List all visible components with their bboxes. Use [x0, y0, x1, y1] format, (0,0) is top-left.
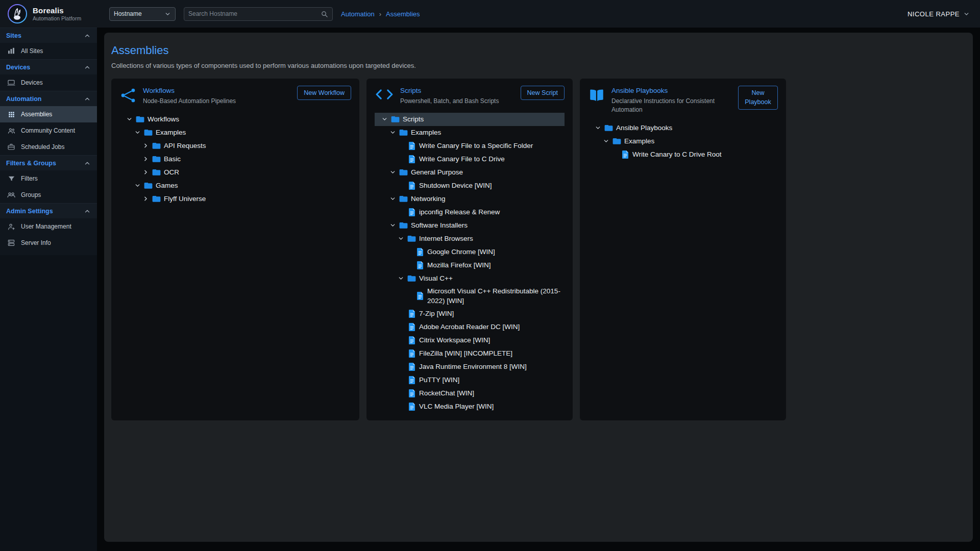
tree-folder-api-requests[interactable]: API Requests	[119, 139, 351, 153]
sidebar-item-groups[interactable]: Groups	[0, 187, 97, 203]
sidebar-section-automation[interactable]: Automation	[0, 91, 97, 106]
chevron-down-icon[interactable]	[133, 182, 142, 189]
tree-file-rocketchat-win[interactable]: RocketChat [WIN]	[375, 387, 565, 400]
sidebar-section-label: Filters & Groups	[6, 160, 56, 167]
tree-file-google-chrome-win[interactable]: Google Chrome [WIN]	[375, 245, 565, 259]
sites-icon	[7, 47, 16, 55]
chevron-down-icon[interactable]	[380, 116, 389, 122]
chevron-down-icon[interactable]	[388, 222, 397, 229]
tree-label: Games	[156, 181, 178, 191]
sidebar-item-all-sites[interactable]: All Sites	[0, 43, 97, 59]
card-header: ScriptsPowershell, Batch, and Bash Scrip…	[375, 86, 565, 106]
tree-file-write-canary-file-to-c-drive[interactable]: Write Canary File to C Drive	[375, 153, 565, 166]
user-menu[interactable]: NICOLE RAPPE	[908, 10, 970, 18]
sidebar-item-label: Scheduled Jobs	[21, 143, 64, 151]
tree-file-citrix-workspace-win[interactable]: Citrix Workspace [WIN]	[375, 334, 565, 347]
chevron-down-icon[interactable]	[133, 129, 142, 136]
sidebar-item-filters[interactable]: Filters	[0, 170, 97, 187]
community-icon	[7, 127, 16, 135]
hostname-dropdown[interactable]: Hostname	[109, 7, 176, 21]
chevron-right-icon[interactable]	[141, 169, 150, 176]
folder-icon	[150, 167, 163, 177]
tree-label: RocketChat [WIN]	[419, 388, 474, 398]
tree-file-mozilla-firefox-win[interactable]: Mozilla Firefox [WIN]	[375, 259, 565, 272]
tree-folder-ansible-playbooks[interactable]: Ansible Playbooks	[588, 121, 778, 135]
page-title: Assemblies	[111, 44, 966, 57]
file-icon	[405, 389, 418, 398]
tree-folder-examples[interactable]: Examples	[588, 135, 778, 148]
search-hostname-box	[184, 7, 333, 21]
assemblies-icon	[7, 111, 16, 118]
tree-file-putty-win[interactable]: PuTTY [WIN]	[375, 373, 565, 387]
scheduled-icon	[7, 143, 16, 151]
search-hostname-input[interactable]	[188, 10, 321, 17]
tree-folder-workflows[interactable]: Workflows	[119, 113, 351, 126]
tree-file-adobe-acrobat-reader-dc-win[interactable]: Adobe Acrobat Reader DC [WIN]	[375, 320, 565, 334]
chevron-down-icon[interactable]	[601, 138, 610, 144]
sidebar-section-sites[interactable]: Sites	[0, 28, 97, 43]
tree-file-ipconfig-release-renew[interactable]: ipconfig Release & Renew	[375, 206, 565, 219]
sidebar-item-server-info[interactable]: Server Info	[0, 235, 97, 251]
tree-folder-internet-browsers[interactable]: Internet Browsers	[375, 232, 565, 245]
folder-icon	[134, 114, 146, 124]
tree-file-write-canary-to-c-drive-root[interactable]: Write Canary to C Drive Root	[588, 148, 778, 161]
tree-folder-scripts[interactable]: Scripts	[375, 113, 565, 126]
tree-folder-ocr[interactable]: OCR	[119, 166, 351, 179]
tree-file-microsoft-visual-c-redistributable-2015-2022-win[interactable]: Microsoft Visual C++ Redistributable (20…	[375, 285, 565, 307]
chevron-up-icon	[84, 32, 91, 39]
sidebar-section-label: Automation	[6, 95, 41, 103]
chevron-right-icon[interactable]	[141, 156, 150, 162]
tree-folder-visual-c[interactable]: Visual C++	[375, 272, 565, 285]
chevron-down-icon[interactable]	[388, 169, 397, 176]
tree-file-vlc-media-player-win[interactable]: VLC Media Player [WIN]	[375, 400, 565, 413]
chevron-right-icon[interactable]	[141, 142, 150, 149]
tree-folder-networking[interactable]: Networking	[375, 192, 565, 206]
chevron-down-icon[interactable]	[396, 235, 405, 242]
tree-folder-software-installers[interactable]: Software Installers	[375, 219, 565, 232]
sidebar-item-scheduled-jobs[interactable]: Scheduled Jobs	[0, 139, 97, 155]
chevron-down-icon[interactable]	[593, 124, 602, 131]
folder-icon	[142, 181, 155, 190]
sidebar-item-assemblies[interactable]: Assemblies	[0, 106, 97, 122]
sidebar-section-filters-groups[interactable]: Filters & Groups	[0, 155, 97, 170]
sidebar-section-devices[interactable]: Devices	[0, 59, 97, 74]
sidebar-item-label: Assemblies	[21, 111, 52, 118]
sidebar-section-label: Sites	[6, 32, 21, 39]
file-icon	[405, 322, 418, 332]
sidebar-section-admin-settings[interactable]: Admin Settings	[0, 203, 97, 218]
sidebar-item-community-content[interactable]: Community Content	[0, 122, 97, 139]
sidebar-item-devices[interactable]: Devices	[0, 74, 97, 91]
file-icon	[405, 349, 418, 358]
tree-folder-games[interactable]: Games	[119, 179, 351, 192]
breadcrumb-link-automation[interactable]: Automation	[341, 10, 375, 18]
chevron-down-icon[interactable]	[125, 116, 134, 122]
new-script-button[interactable]: New Script	[521, 86, 565, 100]
file-icon	[413, 247, 426, 257]
brand: Borealis Automation Platform	[0, 4, 97, 24]
tree-folder-basic[interactable]: Basic	[119, 153, 351, 166]
chevron-down-icon[interactable]	[388, 195, 397, 202]
top-bar: Borealis Automation Platform Hostname Au…	[0, 0, 980, 28]
tree-folder-examples[interactable]: Examples	[375, 126, 565, 139]
tree-file-shutdown-device-win[interactable]: Shutdown Device [WIN]	[375, 179, 565, 192]
sidebar-item-label: All Sites	[21, 47, 43, 55]
tree-file-7-zip-win[interactable]: 7-Zip [WIN]	[375, 307, 565, 320]
folder-icon	[389, 114, 402, 124]
tree-label: Adobe Acrobat Reader DC [WIN]	[419, 322, 520, 332]
tree-folder-examples[interactable]: Examples	[119, 126, 351, 139]
chevron-down-icon[interactable]	[396, 275, 405, 282]
new-playbook-button[interactable]: New Playbook	[738, 86, 778, 110]
chevron-right-icon[interactable]	[141, 195, 150, 202]
tree-folder-flyff-universe[interactable]: Flyff Universe	[119, 192, 351, 206]
folder-icon	[397, 220, 410, 230]
tree-file-filezilla-win-incomplete[interactable]: FileZilla [WIN] [INCOMPLETE]	[375, 347, 565, 360]
breadcrumb-link-assemblies[interactable]: Assemblies	[386, 10, 420, 18]
sidebar-item-user-management[interactable]: User Management	[0, 218, 97, 235]
chevron-up-icon	[84, 160, 91, 167]
tree-file-java-runtime-environment-8-win[interactable]: Java Runtime Environment 8 [WIN]	[375, 360, 565, 373]
tree-folder-general-purpose[interactable]: General Purpose	[375, 166, 565, 179]
server-icon	[7, 239, 16, 247]
chevron-down-icon[interactable]	[388, 129, 397, 136]
new-workflow-button[interactable]: New Workflow	[297, 86, 351, 100]
tree-file-write-canary-file-to-a-specific-folder[interactable]: Write Canary File to a Specific Folder	[375, 139, 565, 153]
